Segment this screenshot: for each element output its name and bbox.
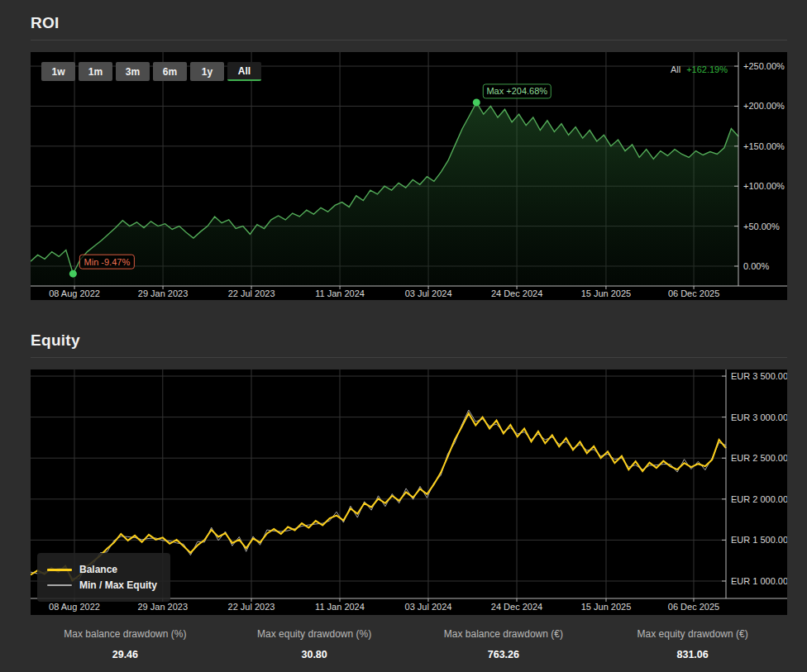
equity-section-title: Equity <box>31 331 787 350</box>
max-marker <box>473 98 480 106</box>
roi-summary-value: +162.19% <box>686 64 728 74</box>
x-axis-label: 29 Jan 2023 <box>138 288 189 298</box>
range-button-1y[interactable]: 1y <box>190 62 224 81</box>
legend-label: Min / Max Equity <box>79 579 157 591</box>
range-button-all[interactable]: All <box>227 62 261 81</box>
page-content: ROI 1w1m3m6m1yAll All+162.19% +250.00%+2… <box>0 0 807 660</box>
legend-item-balance[interactable]: Balance <box>47 564 157 575</box>
roi-chart-panel: 1w1m3m6m1yAll All+162.19% +250.00%+200.0… <box>31 52 787 300</box>
x-axis-label: 15 Jun 2025 <box>581 288 632 298</box>
range-button-1m[interactable]: 1m <box>79 62 112 81</box>
min-annotation-label: Min -9.47% <box>84 257 131 267</box>
x-axis-label: 06 Dec 2025 <box>668 288 719 298</box>
roi-section-title: ROI <box>31 14 787 32</box>
min-marker <box>69 270 77 278</box>
x-axis-label: 24 Dec 2024 <box>491 602 542 612</box>
x-axis-label: 29 Jan 2023 <box>138 602 189 612</box>
y-axis-label: +200.00% <box>743 101 785 111</box>
stat-value: 30.80 <box>220 649 409 660</box>
min-max-equity-legend-swatch <box>47 584 72 586</box>
x-axis-label: 08 Aug 2022 <box>49 602 100 612</box>
y-axis-label: EUR 3 000.00 <box>731 412 787 422</box>
y-axis-label: EUR 2 500.00 <box>731 453 787 463</box>
stat-label: Max equity drawdown (%) <box>220 628 409 640</box>
range-button-6m[interactable]: 6m <box>153 62 187 81</box>
x-axis-label: 11 Jan 2024 <box>315 602 365 612</box>
stat-item-max-balance-drawdown: Max balance drawdown (€)763.26 <box>409 628 599 660</box>
range-button-1w[interactable]: 1w <box>41 62 75 81</box>
stat-item-max-equity-drawdown: Max equity drawdown (%)30.80 <box>220 628 409 660</box>
roi-summary: All+162.19% <box>671 64 728 74</box>
y-axis-label: +100.00% <box>743 181 785 191</box>
y-axis-label: EUR 1 000.00 <box>731 576 787 586</box>
max-annotation-label: Max +204.68% <box>486 86 547 96</box>
y-axis-label: 0.00% <box>743 261 769 271</box>
equity-chart-panel: EUR 3 500.00EUR 3 000.00EUR 2 500.00EUR … <box>31 369 787 615</box>
y-axis-label: +250.00% <box>743 61 785 71</box>
x-axis-label: 03 Jul 2024 <box>405 288 452 298</box>
x-axis-label: 15 Jun 2025 <box>581 602 632 612</box>
roi-summary-range-label: All <box>671 64 680 74</box>
balance-legend-swatch <box>47 569 72 571</box>
x-axis-label: 06 Dec 2025 <box>668 602 719 612</box>
legend-item-min-max-equity[interactable]: Min / Max Equity <box>47 579 157 591</box>
y-axis-label: +150.00% <box>743 141 785 151</box>
equity-legend: BalanceMin / Max Equity <box>37 553 170 602</box>
x-axis-label: 03 Jul 2024 <box>405 602 452 612</box>
x-axis-label: 08 Aug 2022 <box>49 288 100 298</box>
stat-label: Max balance drawdown (%) <box>31 628 220 640</box>
equity-divider <box>31 357 787 358</box>
stat-value: 763.26 <box>409 649 599 660</box>
stat-item-max-equity-drawdown: Max equity drawdown (€)831.06 <box>598 628 787 660</box>
x-axis-label: 11 Jan 2024 <box>315 288 365 298</box>
stat-item-max-balance-drawdown: Max balance drawdown (%)29.46 <box>31 628 220 660</box>
roi-chart-canvas[interactable]: +250.00%+200.00%+150.00%+100.00%+50.00%0… <box>31 52 787 300</box>
y-axis-label: EUR 2 000.00 <box>731 494 787 504</box>
stat-value: 29.46 <box>31 649 220 660</box>
y-axis-label: +50.00% <box>743 222 780 231</box>
roi-area-fill <box>31 102 738 286</box>
legend-label: Balance <box>79 564 117 575</box>
x-axis-label: 22 Jul 2023 <box>228 602 275 612</box>
stat-value: 831.06 <box>598 649 787 660</box>
roi-divider <box>31 40 787 41</box>
x-axis-label: 24 Dec 2024 <box>491 288 542 298</box>
x-axis-label: 22 Jul 2023 <box>228 288 275 298</box>
y-axis-label: EUR 3 500.00 <box>731 371 787 381</box>
range-buttons-group: 1w1m3m6m1yAll <box>41 62 265 81</box>
drawdown-stats-row: Max balance drawdown (%)29.46Max equity … <box>31 628 787 660</box>
y-axis-label: EUR 1 500.00 <box>731 535 787 545</box>
stat-label: Max equity drawdown (€) <box>598 628 787 640</box>
range-button-3m[interactable]: 3m <box>116 62 150 81</box>
stat-label: Max balance drawdown (€) <box>409 628 599 640</box>
